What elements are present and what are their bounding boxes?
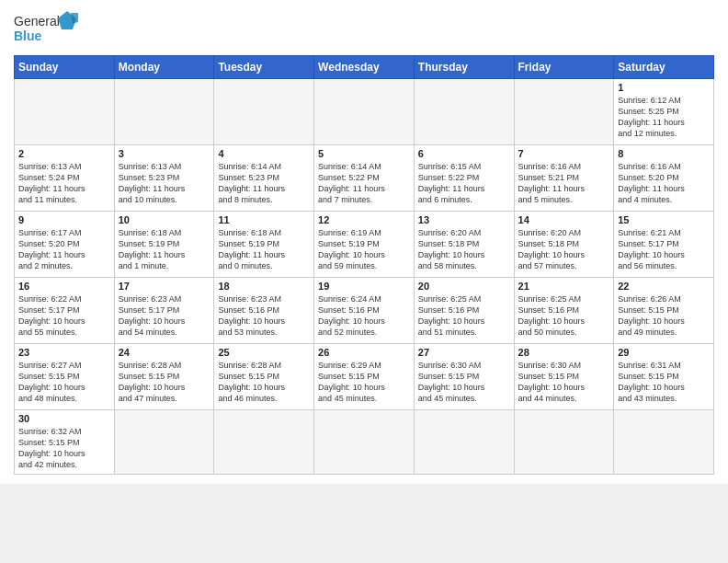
calendar-cell: 8Sunrise: 6:16 AM Sunset: 5:20 PM Daylig… [614, 145, 714, 212]
day-number: 5 [318, 148, 410, 159]
day-number: 7 [518, 148, 610, 159]
day-info: Sunrise: 6:23 AM Sunset: 5:16 PM Dayligh… [218, 293, 310, 339]
calendar-cell: 20Sunrise: 6:25 AM Sunset: 5:16 PM Dayli… [414, 278, 514, 344]
calendar-cell [414, 79, 514, 145]
day-info: Sunrise: 6:18 AM Sunset: 5:19 PM Dayligh… [119, 227, 210, 272]
calendar-cell: 15Sunrise: 6:21 AM Sunset: 5:17 PM Dayli… [614, 212, 714, 278]
calendar-row: 30Sunrise: 6:32 AM Sunset: 5:15 PM Dayli… [15, 410, 714, 475]
calendar-cell: 11Sunrise: 6:18 AM Sunset: 5:19 PM Dayli… [214, 212, 314, 278]
calendar-cell: 17Sunrise: 6:23 AM Sunset: 5:17 PM Dayli… [114, 278, 214, 344]
day-number: 11 [218, 214, 310, 225]
day-number: 3 [119, 148, 210, 159]
calendar-cell [414, 410, 514, 475]
calendar-cell [514, 79, 614, 145]
day-number: 22 [618, 281, 710, 292]
day-info: Sunrise: 6:12 AM Sunset: 5:25 PM Dayligh… [618, 95, 710, 140]
day-info: Sunrise: 6:29 AM Sunset: 5:15 PM Dayligh… [318, 360, 410, 405]
calendar-row: 1Sunrise: 6:12 AM Sunset: 5:25 PM Daylig… [15, 79, 714, 145]
day-info: Sunrise: 6:17 AM Sunset: 5:20 PM Dayligh… [18, 227, 110, 272]
day-info: Sunrise: 6:20 AM Sunset: 5:18 PM Dayligh… [518, 227, 610, 272]
calendar-cell: 5Sunrise: 6:14 AM Sunset: 5:22 PM Daylig… [314, 145, 415, 212]
day-number: 20 [418, 281, 510, 292]
day-number: 8 [618, 148, 710, 159]
day-info: Sunrise: 6:18 AM Sunset: 5:19 PM Dayligh… [218, 227, 310, 272]
day-info: Sunrise: 6:23 AM Sunset: 5:17 PM Dayligh… [119, 293, 210, 339]
day-number: 30 [18, 413, 110, 424]
day-number: 1 [618, 82, 710, 93]
calendar-cell: 19Sunrise: 6:24 AM Sunset: 5:16 PM Dayli… [314, 278, 415, 344]
calendar-cell: 27Sunrise: 6:30 AM Sunset: 5:15 PM Dayli… [414, 344, 514, 410]
day-number: 14 [518, 214, 610, 225]
calendar-cell [214, 79, 314, 145]
day-number: 15 [618, 214, 710, 225]
calendar-cell: 3Sunrise: 6:13 AM Sunset: 5:23 PM Daylig… [114, 145, 214, 212]
weekday-friday: Friday [514, 56, 614, 79]
day-number: 10 [119, 214, 210, 225]
svg-text:Blue: Blue [14, 29, 42, 43]
calendar-cell [114, 79, 214, 145]
day-number: 18 [218, 281, 310, 292]
day-info: Sunrise: 6:28 AM Sunset: 5:15 PM Dayligh… [119, 360, 210, 405]
day-number: 17 [119, 281, 210, 292]
day-number: 27 [418, 347, 510, 358]
calendar-cell: 1Sunrise: 6:12 AM Sunset: 5:25 PM Daylig… [614, 79, 714, 145]
logo: General Blue [14, 9, 78, 48]
day-info: Sunrise: 6:14 AM Sunset: 5:23 PM Dayligh… [218, 161, 310, 206]
day-number: 19 [318, 281, 410, 292]
calendar-cell [314, 79, 415, 145]
day-info: Sunrise: 6:16 AM Sunset: 5:20 PM Dayligh… [618, 161, 710, 206]
svg-text:General: General [14, 14, 60, 29]
calendar-cell: 10Sunrise: 6:18 AM Sunset: 5:19 PM Dayli… [114, 212, 214, 278]
calendar-cell [114, 410, 214, 475]
day-info: Sunrise: 6:15 AM Sunset: 5:22 PM Dayligh… [418, 161, 510, 206]
day-info: Sunrise: 6:30 AM Sunset: 5:15 PM Dayligh… [518, 360, 610, 405]
day-info: Sunrise: 6:19 AM Sunset: 5:19 PM Dayligh… [318, 227, 410, 272]
day-info: Sunrise: 6:24 AM Sunset: 5:16 PM Dayligh… [318, 293, 410, 339]
generalblue-logo-icon: General Blue [14, 9, 78, 48]
day-info: Sunrise: 6:25 AM Sunset: 5:16 PM Dayligh… [518, 293, 610, 339]
calendar-cell: 23Sunrise: 6:27 AM Sunset: 5:15 PM Dayli… [15, 344, 115, 410]
day-number: 9 [18, 214, 110, 225]
day-info: Sunrise: 6:28 AM Sunset: 5:15 PM Dayligh… [218, 360, 310, 405]
weekday-tuesday: Tuesday [214, 56, 314, 79]
day-number: 29 [618, 347, 710, 358]
calendar-cell: 28Sunrise: 6:30 AM Sunset: 5:15 PM Dayli… [514, 344, 614, 410]
header: General Blue [14, 9, 714, 48]
calendar: SundayMondayTuesdayWednesdayThursdayFrid… [14, 55, 714, 475]
day-info: Sunrise: 6:21 AM Sunset: 5:17 PM Dayligh… [618, 227, 710, 272]
calendar-cell [15, 79, 115, 145]
weekday-saturday: Saturday [614, 56, 714, 79]
day-number: 6 [418, 148, 510, 159]
weekday-header-row: SundayMondayTuesdayWednesdayThursdayFrid… [15, 56, 714, 79]
day-info: Sunrise: 6:13 AM Sunset: 5:23 PM Dayligh… [119, 161, 210, 206]
day-number: 4 [218, 148, 310, 159]
calendar-cell: 21Sunrise: 6:25 AM Sunset: 5:16 PM Dayli… [514, 278, 614, 344]
calendar-cell: 30Sunrise: 6:32 AM Sunset: 5:15 PM Dayli… [15, 410, 115, 475]
day-number: 23 [18, 347, 110, 358]
day-info: Sunrise: 6:26 AM Sunset: 5:15 PM Dayligh… [618, 293, 710, 339]
calendar-cell: 24Sunrise: 6:28 AM Sunset: 5:15 PM Dayli… [114, 344, 214, 410]
weekday-thursday: Thursday [414, 56, 514, 79]
weekday-sunday: Sunday [15, 56, 115, 79]
calendar-cell: 9Sunrise: 6:17 AM Sunset: 5:20 PM Daylig… [15, 212, 115, 278]
day-info: Sunrise: 6:27 AM Sunset: 5:15 PM Dayligh… [18, 360, 110, 405]
calendar-cell: 18Sunrise: 6:23 AM Sunset: 5:16 PM Dayli… [214, 278, 314, 344]
calendar-cell: 29Sunrise: 6:31 AM Sunset: 5:15 PM Dayli… [614, 344, 714, 410]
calendar-cell [514, 410, 614, 475]
calendar-cell [314, 410, 415, 475]
day-number: 13 [418, 214, 510, 225]
day-number: 25 [218, 347, 310, 358]
calendar-cell: 7Sunrise: 6:16 AM Sunset: 5:21 PM Daylig… [514, 145, 614, 212]
calendar-cell: 16Sunrise: 6:22 AM Sunset: 5:17 PM Dayli… [15, 278, 115, 344]
calendar-cell: 14Sunrise: 6:20 AM Sunset: 5:18 PM Dayli… [514, 212, 614, 278]
day-number: 28 [518, 347, 610, 358]
calendar-cell: 13Sunrise: 6:20 AM Sunset: 5:18 PM Dayli… [414, 212, 514, 278]
calendar-row: 2Sunrise: 6:13 AM Sunset: 5:24 PM Daylig… [15, 145, 714, 212]
day-info: Sunrise: 6:14 AM Sunset: 5:22 PM Dayligh… [318, 161, 410, 206]
calendar-cell: 22Sunrise: 6:26 AM Sunset: 5:15 PM Dayli… [614, 278, 714, 344]
day-info: Sunrise: 6:13 AM Sunset: 5:24 PM Dayligh… [18, 161, 110, 206]
calendar-cell: 12Sunrise: 6:19 AM Sunset: 5:19 PM Dayli… [314, 212, 415, 278]
day-number: 12 [318, 214, 410, 225]
day-info: Sunrise: 6:25 AM Sunset: 5:16 PM Dayligh… [418, 293, 510, 339]
weekday-wednesday: Wednesday [314, 56, 415, 79]
